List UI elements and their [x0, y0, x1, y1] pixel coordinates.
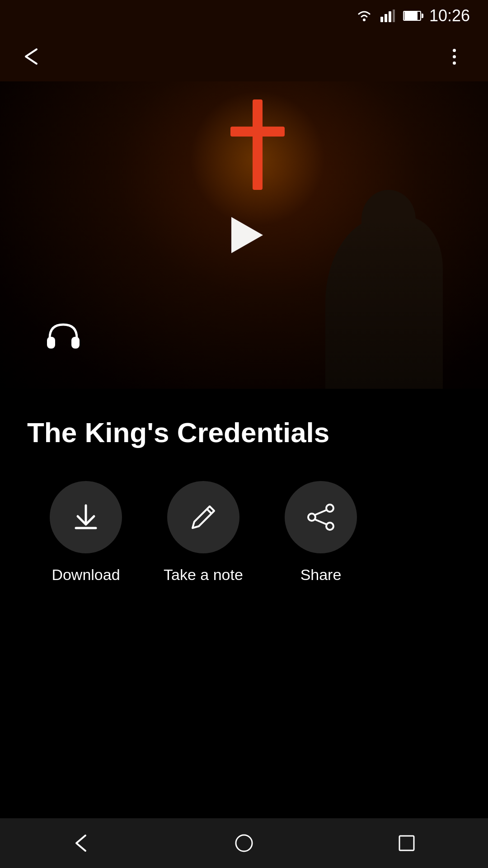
note-label: Take a note — [164, 566, 243, 584]
svg-rect-4 — [393, 9, 395, 22]
wifi-icon — [356, 9, 372, 22]
more-options-button[interactable] — [438, 41, 470, 72]
svg-point-0 — [363, 19, 366, 21]
svg-rect-2 — [385, 14, 387, 22]
song-title: The King's Credentials — [27, 416, 461, 449]
back-button[interactable] — [18, 41, 50, 72]
download-action[interactable]: Download — [41, 481, 131, 584]
nav-bar — [0, 818, 488, 868]
more-dot-3 — [453, 61, 456, 65]
battery-icon — [403, 11, 421, 21]
silhouette-body — [325, 217, 443, 389]
svg-point-11 — [326, 523, 333, 530]
more-dot-2 — [453, 55, 456, 58]
svg-rect-6 — [71, 337, 80, 349]
share-label: Share — [300, 566, 342, 584]
svg-rect-16 — [399, 836, 414, 850]
person-silhouette — [280, 163, 452, 389]
video-thumbnail — [0, 81, 488, 389]
note-circle — [167, 481, 239, 553]
status-time: 10:26 — [429, 6, 470, 25]
svg-point-15 — [236, 835, 252, 851]
svg-rect-3 — [389, 11, 391, 22]
nav-home-button[interactable] — [221, 825, 267, 861]
note-action[interactable]: Take a note — [158, 481, 249, 584]
actions-row: Download Take a note — [27, 481, 461, 584]
play-button[interactable] — [219, 210, 269, 260]
nav-back-button[interactable] — [59, 825, 104, 861]
download-label: Download — [52, 566, 120, 584]
status-bar: 10:26 — [0, 0, 488, 32]
content-area: The King's Credentials Download Tak — [0, 389, 488, 602]
svg-line-14 — [315, 519, 327, 524]
svg-rect-1 — [380, 17, 383, 22]
pencil-icon — [187, 501, 220, 533]
nav-recent-button[interactable] — [384, 825, 429, 861]
svg-line-9 — [207, 509, 211, 514]
cross-vertical — [253, 99, 263, 190]
svg-rect-5 — [47, 337, 55, 349]
download-icon — [70, 501, 102, 533]
share-circle — [285, 481, 357, 553]
svg-point-10 — [326, 505, 333, 512]
more-dot-1 — [453, 49, 456, 52]
download-circle — [50, 481, 122, 553]
status-icons: 10:26 — [356, 6, 470, 25]
top-bar — [0, 32, 488, 81]
signal-icon — [380, 9, 395, 22]
share-icon — [305, 501, 337, 533]
cross-horizontal — [230, 127, 285, 137]
svg-line-13 — [315, 510, 327, 515]
headphones-icon — [45, 321, 81, 353]
play-triangle-icon — [231, 217, 263, 253]
share-action[interactable]: Share — [276, 481, 366, 584]
